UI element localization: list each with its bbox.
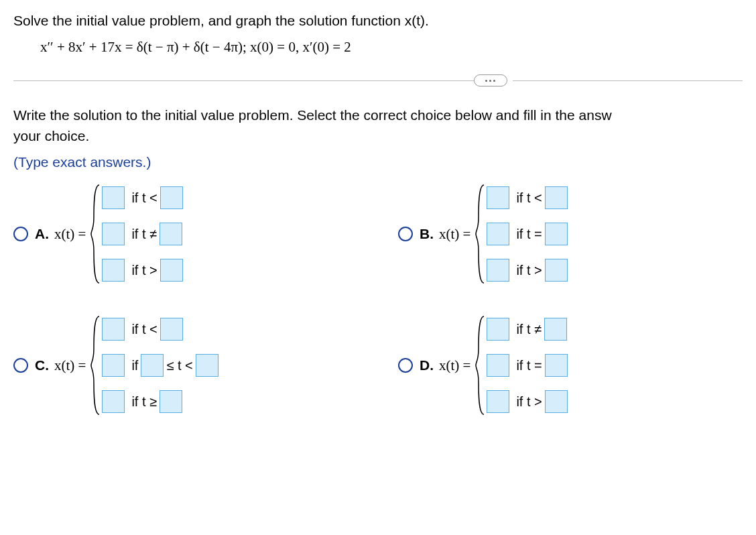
problem-equation: x′′ + 8x′ + 17x = δ(t − π) + δ(t − 4π); …: [40, 39, 743, 56]
question-text-line2: your choice.: [13, 126, 743, 146]
choice-d-case1-value[interactable]: [487, 318, 509, 341]
choice-c-case3-value[interactable]: [102, 390, 125, 413]
choice-d-case3-bound[interactable]: [545, 390, 568, 413]
choice-d-case2-value[interactable]: [487, 354, 509, 377]
radio-d[interactable]: [398, 358, 413, 373]
brace-icon: [475, 184, 487, 284]
choice-a-lhs: x(t) =: [54, 226, 86, 243]
problem-statement: Solve the initial value problem, and gra…: [13, 11, 743, 31]
choice-c-lhs: x(t) =: [54, 357, 86, 374]
choice-b-case3-cond: if t >: [516, 263, 542, 278]
expand-dots-button[interactable]: [474, 74, 507, 86]
choice-a-case3-cond: if t >: [131, 263, 157, 278]
choice-a-case2-value[interactable]: [102, 223, 125, 245]
choice-c-case1-cond: if t <: [131, 322, 157, 337]
choice-a-case1-cond: if t <: [131, 190, 157, 206]
brace-icon: [90, 315, 102, 416]
choice-b-case1-cond: if t <: [516, 190, 542, 206]
choice-a-case2-cond: if t ≠: [131, 227, 157, 242]
choice-c-row: C. x(t) = if t < if ≤ t <: [13, 314, 358, 417]
choice-b-case2-value[interactable]: [487, 223, 509, 245]
radio-b[interactable]: [398, 227, 413, 241]
question-text-line1: Write the solution to the initial value …: [13, 105, 743, 125]
choice-c-case2-value[interactable]: [102, 354, 125, 377]
choice-a-case1-value[interactable]: [102, 186, 125, 209]
choice-b-case1-value[interactable]: [487, 186, 509, 209]
choice-b-case3-bound[interactable]: [545, 259, 568, 282]
choice-d-case2-cond: if t =: [516, 358, 542, 373]
choice-a-case1-bound[interactable]: [160, 186, 183, 209]
choice-a-label: A.: [35, 226, 49, 242]
choice-b-case1-bound[interactable]: [545, 186, 568, 209]
choice-d-case2-bound[interactable]: [545, 354, 568, 377]
choice-d-label: D.: [420, 357, 434, 373]
choice-b-case3-value[interactable]: [487, 259, 509, 282]
choice-c-case3-cond: if t ≥: [131, 394, 157, 410]
choice-d-case1-bound[interactable]: [544, 318, 567, 341]
choice-d-lhs: x(t) =: [439, 357, 470, 374]
choice-d-case1-cond: if t ≠: [516, 322, 542, 337]
choice-c-label: C.: [35, 357, 49, 373]
choice-d-case3-cond: if t >: [516, 394, 542, 410]
radio-c[interactable]: [13, 358, 28, 373]
brace-icon: [90, 184, 102, 284]
brace-icon: [475, 315, 487, 416]
choice-d-row: D. x(t) = if t ≠ if t = if t >: [398, 314, 743, 417]
choice-c-case2-cond-pre: if: [131, 358, 138, 373]
choice-b-label: B.: [420, 226, 434, 242]
choice-a-case3-bound[interactable]: [160, 259, 183, 282]
choice-a-row: A. x(t) = if t < if t ≠ if t >: [13, 182, 358, 286]
choice-d-case3-value[interactable]: [487, 390, 509, 413]
hint-text: (Type exact answers.): [13, 154, 743, 170]
choice-b-row: B. x(t) = if t < if t = if t >: [398, 182, 743, 286]
choice-b-lhs: x(t) =: [439, 226, 470, 243]
choice-b-case2-cond: if t =: [516, 227, 542, 242]
choice-c-case1-value[interactable]: [102, 318, 125, 341]
choice-c-case1-bound[interactable]: [160, 318, 183, 341]
choice-a-case3-value[interactable]: [102, 259, 125, 282]
choice-c-case2-upper[interactable]: [196, 354, 218, 377]
section-divider: [13, 74, 743, 86]
choice-c-case2-lower[interactable]: [141, 354, 164, 377]
choice-c-case2-between: ≤ t <: [166, 358, 192, 373]
choice-b-case2-bound[interactable]: [545, 223, 568, 245]
radio-a[interactable]: [13, 227, 28, 241]
choice-a-case2-bound[interactable]: [160, 223, 182, 245]
choice-c-case3-bound[interactable]: [160, 390, 182, 413]
